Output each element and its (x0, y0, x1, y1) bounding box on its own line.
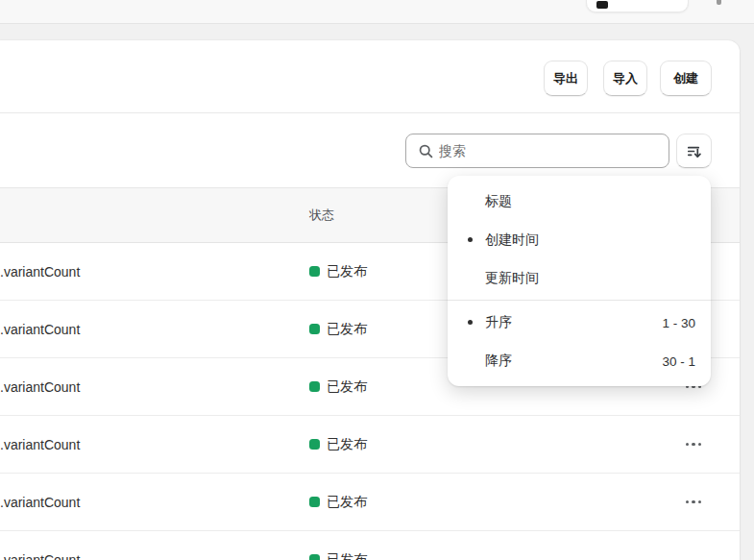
status-label: 已发布 (327, 321, 367, 338)
sort-option-created[interactable]: 创建时间 (448, 221, 711, 259)
sort-direction-descending[interactable]: 降序 30 - 1 (448, 342, 711, 380)
menu-item-range: 1 - 30 (662, 316, 695, 330)
status-badge: 已发布 (309, 416, 367, 473)
status-label: 已发布 (327, 494, 367, 511)
sort-descending-icon (685, 142, 703, 160)
status-label: 已发布 (327, 436, 367, 453)
selected-bullet-icon (468, 237, 473, 242)
ellipsis-icon (686, 443, 690, 447)
row-title[interactable]: .variantCount (0, 243, 80, 300)
sort-button[interactable] (676, 134, 712, 168)
status-published-icon (309, 324, 320, 334)
status-label: 已发布 (327, 263, 367, 280)
row-actions-button[interactable] (680, 474, 707, 530)
table-row[interactable]: .variantCount 已发布 (0, 474, 740, 531)
row-title[interactable]: .variantCount (0, 358, 80, 415)
export-button[interactable]: 导出 (544, 61, 588, 96)
row-title[interactable]: .variantCount (0, 301, 80, 357)
create-button[interactable]: 创建 (660, 61, 712, 96)
table-row[interactable]: .variantCount 已发布 (0, 531, 740, 560)
status-label: 已发布 (327, 551, 367, 560)
popover-divider (448, 300, 711, 301)
table-row[interactable]: .variantCount 已发布 (0, 416, 740, 474)
status-badge: 已发布 (309, 474, 367, 530)
status-badge: 已发布 (309, 301, 367, 357)
status-published-icon (309, 266, 320, 277)
dark-glyph-icon (596, 1, 608, 9)
menu-item-range: 30 - 1 (662, 354, 695, 369)
import-button[interactable]: 导入 (603, 61, 647, 96)
search-box[interactable] (405, 134, 669, 168)
search-input[interactable] (439, 135, 666, 166)
top-bar (0, 0, 754, 24)
sort-option-title[interactable]: 标题 (448, 183, 711, 221)
menu-item-label: 标题 (485, 193, 512, 210)
row-title[interactable]: .variantCount (0, 416, 80, 473)
row-title[interactable]: .variantCount (0, 531, 80, 560)
menu-item-label: 降序 (485, 353, 512, 370)
sort-popover: 标题 创建时间 更新时间 升序 1 - 30 降序 30 - 1 (448, 176, 711, 386)
cropped-toolbar-button[interactable] (586, 0, 689, 12)
status-badge: 已发布 (309, 358, 367, 415)
status-published-icon (309, 554, 320, 560)
status-badge: 已发布 (309, 531, 367, 560)
selected-bullet-icon (468, 320, 473, 325)
header-divider (0, 112, 740, 113)
menu-item-label: 创建时间 (485, 231, 539, 249)
status-badge: 已发布 (309, 243, 367, 300)
menu-item-label: 更新时间 (485, 270, 539, 287)
status-published-icon (309, 497, 320, 507)
menu-item-label: 升序 (485, 314, 512, 331)
status-label: 已发布 (327, 378, 367, 396)
column-header-status[interactable]: 状态 (309, 188, 334, 242)
row-title[interactable]: .variantCount (0, 474, 80, 530)
row-actions-button[interactable] (680, 416, 707, 473)
status-published-icon (309, 381, 320, 392)
search-icon (418, 143, 434, 159)
cropped-icon (717, 0, 721, 5)
status-published-icon (309, 439, 320, 450)
sort-direction-ascending[interactable]: 升序 1 - 30 (448, 304, 711, 342)
ellipsis-icon (686, 500, 690, 504)
sort-option-updated[interactable]: 更新时间 (448, 259, 711, 298)
